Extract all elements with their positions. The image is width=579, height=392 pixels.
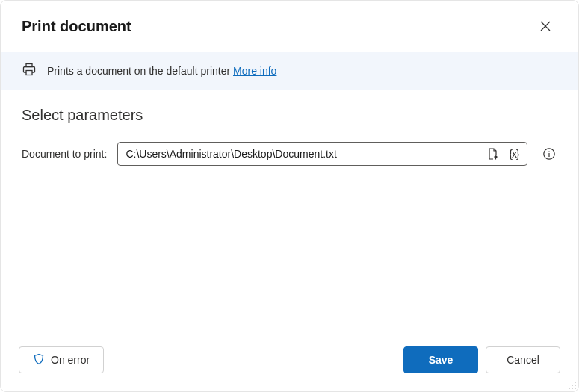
save-label: Save [429, 354, 453, 366]
shield-icon [33, 353, 45, 367]
document-to-print-input[interactable] [126, 148, 480, 160]
banner-description: Prints a document on the default printer [47, 65, 233, 77]
document-to-print-row: Document to print: {x} [22, 142, 557, 166]
close-button[interactable] [533, 14, 557, 38]
variable-icon: {x} [509, 148, 518, 160]
select-file-button[interactable] [485, 146, 501, 162]
parameters-section: Select parameters Document to print: {x} [1, 90, 578, 333]
cancel-label: Cancel [507, 354, 539, 366]
on-error-label: On error [51, 354, 90, 366]
svg-point-5 [548, 151, 549, 152]
dialog-footer: On error Save Cancel [1, 333, 578, 391]
parameter-info-button[interactable] [541, 146, 557, 162]
svg-rect-3 [26, 71, 32, 75]
info-icon [542, 147, 556, 161]
info-banner: Prints a document on the default printer… [1, 52, 578, 90]
file-picker-icon [486, 147, 500, 161]
printer-icon [22, 62, 37, 80]
cancel-button[interactable]: Cancel [486, 346, 560, 373]
document-to-print-input-wrapper: {x} [117, 142, 527, 166]
dialog-header: Print document [1, 1, 578, 52]
on-error-button[interactable]: On error [19, 346, 104, 373]
document-to-print-label: Document to print: [22, 148, 107, 160]
save-button[interactable]: Save [403, 346, 478, 373]
print-document-dialog: Print document Prints a document on the … [0, 0, 579, 392]
close-icon [540, 21, 551, 31]
insert-variable-button[interactable]: {x} [506, 146, 522, 162]
section-title: Select parameters [22, 107, 557, 124]
more-info-link[interactable]: More info [233, 65, 276, 77]
banner-text: Prints a document on the default printer… [47, 65, 276, 77]
dialog-title: Print document [22, 18, 131, 35]
